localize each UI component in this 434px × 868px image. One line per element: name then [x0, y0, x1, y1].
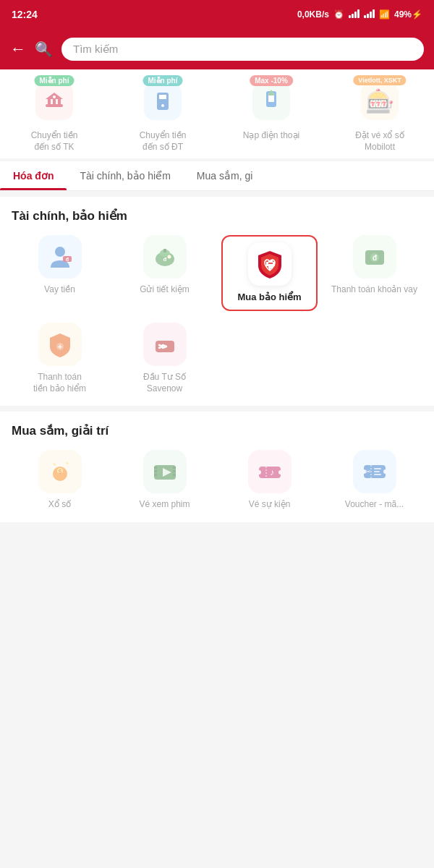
- quick-action-icon-wrap-1: Miễn phí: [31, 78, 77, 124]
- service-mua-bao-hiem-card[interactable]: Mua bảo hiểm: [221, 235, 318, 311]
- savings-icon: đ: [151, 243, 179, 271]
- invest-icon: [151, 331, 179, 358]
- service-gui-tiet-kiem[interactable]: đ Gửi tiết kiệm: [116, 235, 213, 311]
- service-ve-su-kien[interactable]: ♪ Vé sự kiện: [221, 450, 318, 511]
- svg-rect-47: [173, 470, 176, 472]
- svg-point-8: [161, 104, 164, 107]
- vay-tien-icon: đ: [38, 235, 82, 278]
- svg-rect-48: [173, 474, 176, 476]
- services-grid-1: đ Vay tiền đ Gửi tiết kiệm: [12, 235, 422, 311]
- svg-rect-29: [271, 266, 273, 268]
- insurance-shield-icon: [254, 248, 286, 280]
- svg-rect-62: [374, 474, 381, 475]
- service-vay-tien[interactable]: đ Vay tiền: [12, 235, 108, 311]
- service-ve-xem-phim[interactable]: Vé xem phim: [116, 450, 213, 511]
- search-placeholder: Tìm kiếm: [73, 43, 118, 56]
- svg-text:✦: ✦: [65, 461, 69, 466]
- gui-tiet-kiem-label: Gửi tiết kiệm: [140, 284, 190, 296]
- thanh-toan-vay-icon: đ: [353, 235, 396, 278]
- entertainment-grid: $ ✦ ✦ Xổ số: [12, 450, 422, 511]
- xo-so-icon: $ ✦ ✦: [38, 450, 82, 493]
- svg-rect-26: [271, 264, 273, 266]
- svg-rect-28: [268, 266, 271, 268]
- svg-text:♪: ♪: [270, 467, 274, 477]
- status-right: 0,0KB/s ⏰ 📶 49%⚡: [297, 9, 422, 20]
- loan-icon: đ: [46, 243, 74, 271]
- svg-rect-27: [273, 264, 275, 266]
- tab-tai-chinh[interactable]: Tài chính, bảo hiểm: [67, 161, 183, 190]
- qa-label-2: Chuyển tiềnđến số ĐT: [140, 130, 187, 153]
- status-time: 12:24: [12, 9, 38, 20]
- svg-rect-25: [268, 264, 271, 266]
- svg-rect-43: [154, 467, 157, 469]
- quick-action-nap-dien-thoai[interactable]: Max -10% Nạp điện thoại: [217, 78, 326, 153]
- svg-text:✦: ✦: [52, 461, 57, 468]
- service-thanh-toan-bao-hiem[interactable]: + Thanh toántiền bảo hiểm: [12, 323, 108, 394]
- vay-tien-label: Vay tiền: [44, 284, 75, 296]
- service-thanh-toan-vay[interactable]: đ Thanh toán khoản vay: [326, 235, 422, 311]
- qa-badge-1: Miễn phí: [35, 75, 75, 86]
- svg-rect-23: [273, 262, 275, 264]
- svg-point-51: [257, 470, 261, 475]
- tabs-row: Hóa đơn Tài chính, bảo hiểm Mua sắm, gi: [0, 161, 434, 191]
- voucher-label: Voucher - mã...: [345, 499, 404, 511]
- ve-xem-phim-icon: [143, 450, 187, 493]
- tab-mua-sam[interactable]: Mua sắm, gi: [184, 161, 265, 190]
- service-xo-so[interactable]: $ ✦ ✦ Xổ số: [12, 450, 108, 511]
- mua-bao-hiem-icon: [248, 242, 292, 286]
- qa-label-1: Chuyển tiềnđến số TK: [31, 130, 78, 153]
- gui-tiet-kiem-icon: đ: [143, 235, 187, 278]
- svg-rect-24: [266, 264, 268, 266]
- voucher-icon-svg: ✂: [361, 458, 388, 485]
- back-button[interactable]: ←: [10, 40, 26, 59]
- svg-rect-3: [58, 99, 61, 105]
- search-input[interactable]: Tìm kiếm: [61, 38, 424, 61]
- quick-action-chuyen-tien-tk[interactable]: Miễn phí Chuyển tiềnđến số TK: [0, 78, 109, 153]
- pay-insurance-icon: +: [46, 331, 74, 358]
- svg-rect-60: [374, 468, 381, 469]
- svg-rect-46: [173, 467, 176, 469]
- qa-icon-phone: [252, 82, 290, 120]
- svg-text:$: $: [58, 468, 61, 475]
- voucher-icon: ✂: [353, 450, 396, 493]
- qa-label-3: Nạp điện thoại: [243, 130, 299, 142]
- movie-icon: [151, 458, 179, 485]
- svg-rect-7: [159, 95, 166, 99]
- empty-slot-1: [221, 323, 318, 394]
- section-tai-chinh-title: Tài chính, bảo hiểm: [12, 208, 422, 224]
- lottery-icon: $ ✦ ✦: [46, 458, 74, 485]
- ve-su-kien-label: Vé sự kiện: [249, 499, 291, 511]
- svg-text:đ: đ: [372, 254, 377, 262]
- svg-text:đ: đ: [65, 257, 69, 262]
- qa-badge-2: Miễn phí: [143, 75, 183, 86]
- svg-rect-44: [154, 470, 157, 472]
- svg-rect-1: [48, 99, 51, 105]
- quick-action-chuyen-tien-dt[interactable]: Miễn phí Chuyển tiềnđến số ĐT: [109, 78, 217, 153]
- ve-su-kien-icon: ♪: [248, 450, 292, 493]
- quick-action-icon-wrap-4: Vietlott, XSKT 🎰: [357, 78, 403, 124]
- quick-action-dat-ve-xo-so[interactable]: Vietlott, XSKT 🎰 Đặt vé xổ sốMobilott: [326, 78, 434, 153]
- service-voucher[interactable]: ✂ Voucher - mã...: [326, 450, 422, 511]
- event-ticket-icon: ♪: [256, 458, 284, 485]
- service-dau-tu-so[interactable]: Đầu Tư SốSavenow: [116, 323, 213, 394]
- search-icon[interactable]: 🔍: [35, 41, 53, 58]
- qa-badge-4: Vietlott, XSKT: [353, 75, 406, 85]
- dau-tu-so-label: Đầu Tư SốSavenow: [143, 372, 186, 394]
- svg-rect-20: [266, 262, 268, 264]
- section-tai-chinh: Tài chính, bảo hiểm đ Vay tiền: [0, 197, 434, 406]
- svg-rect-61: [374, 471, 380, 472]
- bank-icon: [43, 90, 66, 113]
- svg-text:✂: ✂: [365, 468, 371, 475]
- section-mua-sam: Mua sắm, giải trí $ ✦ ✦ Xổ số: [0, 412, 434, 522]
- lottery-emoji: 🎰: [365, 88, 394, 115]
- services-grid-2: + Thanh toántiền bảo hiểm Đầu Tư SốSaven…: [12, 323, 422, 394]
- signal-icon: [349, 9, 359, 20]
- svg-rect-21: [268, 260, 271, 263]
- transfer-icon: [151, 90, 174, 113]
- tab-hoa-don[interactable]: Hóa đơn: [0, 161, 67, 190]
- mua-bao-hiem-label: Mua bảo hiểm: [237, 292, 301, 304]
- qa-icon-transfer: [144, 82, 182, 120]
- alarm-icon: ⏰: [333, 9, 344, 20]
- quick-action-icon-wrap-3: Max -10%: [248, 78, 294, 124]
- svg-point-52: [278, 470, 283, 475]
